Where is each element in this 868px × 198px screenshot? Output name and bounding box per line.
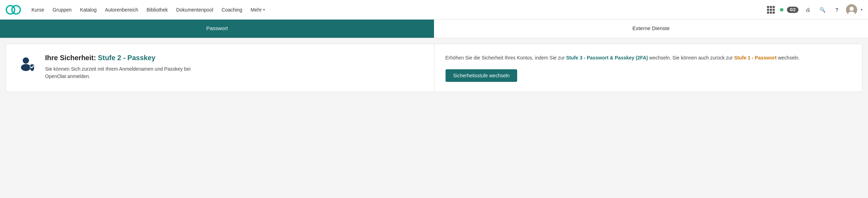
calendar-icon[interactable] <box>765 4 776 15</box>
security-title: Ihre Sicherheit: Stufe 2 - Passkey <box>45 54 192 62</box>
avatar-chevron-icon: ▾ <box>861 8 862 12</box>
tab-externe-dienste[interactable]: Externe Dienste <box>434 20 868 38</box>
content-area: Ihre Sicherheit: Stufe 2 - Passkey Sie k… <box>0 38 868 98</box>
navbar: Kurse Gruppen Katalog Autorenbereich Bib… <box>0 0 868 20</box>
svg-point-3 <box>849 7 854 11</box>
logo[interactable] <box>6 5 21 15</box>
upgrade-link[interactable]: Stufe 3 - Passwort & Passkey (2FA) <box>566 55 648 61</box>
print-icon[interactable] <box>802 4 813 15</box>
security-card: Ihre Sicherheit: Stufe 2 - Passkey Sie k… <box>6 44 862 92</box>
search-icon[interactable] <box>817 4 828 15</box>
svg-point-6 <box>21 64 31 71</box>
tab-passwort[interactable]: Passwort <box>0 20 434 38</box>
nav-link-kurse[interactable]: Kurse <box>28 5 48 15</box>
nav-link-katalog[interactable]: Katalog <box>77 5 100 15</box>
nav-link-gruppen[interactable]: Gruppen <box>49 5 75 15</box>
card-left: Ihre Sicherheit: Stufe 2 - Passkey Sie k… <box>6 44 434 92</box>
svg-point-5 <box>23 57 29 64</box>
nav-link-coaching[interactable]: Coaching <box>218 5 246 15</box>
security-icon <box>17 54 38 75</box>
nav-link-bibliothek[interactable]: Bibliothek <box>143 5 172 15</box>
change-security-level-button[interactable]: Sicherheitsstufe wechseln <box>446 69 518 82</box>
avatar[interactable] <box>846 4 857 15</box>
nav-link-mehr[interactable]: Mehr ▾ <box>247 5 268 15</box>
navbar-right: 0/2 ▾ <box>765 4 862 15</box>
chevron-down-icon: ▾ <box>263 8 265 12</box>
downgrade-link[interactable]: Stufe 1 - Passwort <box>734 55 776 61</box>
nav-link-dokumentenpool[interactable]: Dokumentenpool <box>173 5 217 15</box>
status-indicator <box>780 8 783 12</box>
notification-badge[interactable]: 0/2 <box>787 7 798 13</box>
security-description: Sie können Sich zurzeit mit Ihrem Anmeld… <box>45 65 192 80</box>
tabs-row: Passwort Externe Dienste <box>0 20 868 38</box>
card-left-text: Ihre Sicherheit: Stufe 2 - Passkey Sie k… <box>45 54 192 80</box>
card-right: Erhöhen Sie die Sicherheit Ihres Kontos,… <box>434 44 862 92</box>
nav-link-autorenbereich[interactable]: Autorenbereich <box>102 5 142 15</box>
help-icon[interactable] <box>831 4 842 15</box>
svg-point-1 <box>12 6 20 14</box>
upgrade-description: Erhöhen Sie die Sicherheit Ihres Kontos,… <box>446 54 851 62</box>
nav-links: Kurse Gruppen Katalog Autorenbereich Bib… <box>28 5 762 15</box>
